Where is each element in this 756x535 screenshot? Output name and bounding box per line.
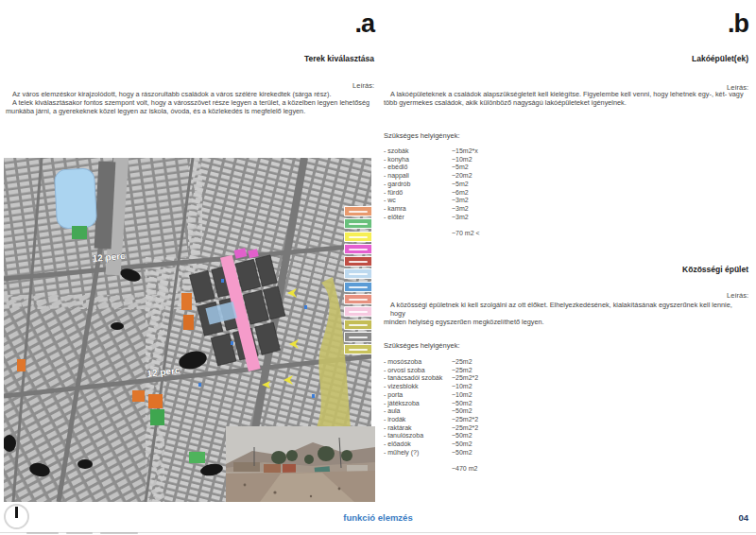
room-size: ~5m2 [452,181,469,189]
residential-needs-label: Szükséges helyigények: [384,131,459,140]
street-photo-inset [226,426,375,502]
section-b-marker: .b [728,9,748,38]
room-row: - kamra~3m2 [384,205,478,214]
room-size: ~25m2*2 [452,374,478,383]
page-edge-artifact [26,532,59,534]
community-paragraph: A közösségi épületnek ki kell szolgálni … [384,301,748,326]
room-size: ~25m2 [452,367,472,375]
residential-room-list: - szobák~15m2*x - konyha~10m2 - ebédlő~5… [384,147,478,221]
room-size: ~25m2 [452,358,472,367]
document-page: .a Terek kiválasztása Leírás: Az város e… [0,0,756,535]
paragraph-line: A telek kiválasztásakor fontos szempont … [6,98,374,107]
room-name: - vizesblokk [384,383,452,391]
room-size: ~3m2 [452,214,469,222]
room-row: - tanácsadói szobák~25m2*2 [384,374,478,383]
paragraph-line: Az város elemzéskor kirajzolódott, hogy … [6,90,374,98]
room-size: ~10m2 [452,391,472,400]
room-size: ~50m2 [452,440,472,449]
room-name: - gardrób [384,181,452,189]
legend-chip [344,268,372,279]
room-size: ~15m2*x [452,147,478,156]
room-row: - nappali~20m2 [384,172,478,181]
room-row: - fürdő~6m2 [384,189,478,198]
room-name: - raktárak [384,424,452,433]
room-row: - aula~50m2 [384,407,478,416]
room-name: - wc [384,197,452,205]
legend-chip [344,232,372,242]
room-row: - orvosi szoba~25m2 [384,367,478,375]
section-a-title: Terek kiválasztása [304,54,374,63]
room-size: ~10m2 [452,383,472,391]
room-row: - wc~3m2 [384,197,478,205]
room-row: - raktárak~25m2*2 [384,424,478,433]
room-size: ~3m2 [452,205,469,214]
section-a-marker: .a [354,9,374,38]
room-size: ~10m2 [452,156,472,164]
room-row: - előadók~50m2 [384,440,478,449]
room-name: - konyha [384,156,452,164]
page-number: 04 [738,512,748,523]
room-row: - ebédlő~5m2 [384,164,478,172]
paragraph-line: több gyermekes családok, akik különböző … [384,98,748,107]
community-desc-label: Leírás: [727,291,748,300]
room-name: - mosószoba [384,358,452,367]
paragraph-line: A lakóépületeknek a családok alapszükség… [384,90,748,98]
room-size: ~50m2 [452,432,472,440]
legend-chip [344,244,372,254]
room-size: ~25m2*2 [452,424,478,433]
room-name: - előtér [384,214,452,222]
room-size: ~50m2 [452,407,472,416]
legend-chip [344,256,372,267]
legend-chip [344,319,372,330]
community-room-list: - mosószoba~25m2 - orvosi szoba~25m2 - t… [384,358,478,457]
room-row: - szobák~15m2*x [384,147,478,156]
room-size: ~50m2 [452,449,472,457]
room-size: ~20m2 [452,172,472,181]
paragraph-line: minden helyiség egyszerűen megközelíthet… [384,318,748,326]
page-edge-artifact [100,532,138,534]
legend-chip [344,218,372,229]
room-name: - kamra [384,205,452,214]
legend-chip [344,344,372,354]
room-size: ~5m2 [452,164,469,172]
room-size: ~3m2 [452,197,469,205]
room-size: ~25m2*2 [452,416,478,424]
community-title: Közösségi épület [682,265,748,274]
legend-chip [344,282,372,292]
room-name: - tanulószoba [384,432,452,440]
page-edge-artifact [66,532,93,534]
room-row: - játékszoba~50m2 [384,400,478,408]
room-name: - aula [384,407,452,416]
pool-overlay [54,168,96,229]
room-row: - irodák~25m2*2 [384,416,478,424]
room-size: ~6m2 [452,189,469,198]
room-name: - szobák [384,147,452,156]
room-size: ~50m2 [452,400,472,408]
section-a-desc-label: Leírás: [352,81,374,90]
residential-paragraph: A lakóépületeknek a családok alapszükség… [384,90,748,107]
residential-title: Lakóépület(ek) [692,54,748,63]
legend-chip [344,294,372,304]
room-name: - porta [384,391,452,400]
room-row: - tanulószoba~50m2 [384,432,478,440]
room-name: - játékszoba [384,400,452,408]
footer-title: funkció elemzés [0,512,756,523]
room-name: - ebédlő [384,164,452,172]
legend-chip [344,206,372,216]
room-row: - előtér~3m2 [384,214,478,222]
room-row: - gardrób~5m2 [384,181,478,189]
room-name: - tanácsadói szobák [384,374,452,383]
paragraph-line: A közösségi épületnek ki kell szolgálni … [384,301,748,318]
legend-chip [344,332,372,342]
map-legend [344,206,372,357]
community-total: ~470 m2 [384,465,477,472]
room-row: - konyha~10m2 [384,156,478,164]
section-a-paragraph: Az város elemzéskor kirajzolódott, hogy … [6,90,374,115]
room-name: - irodák [384,416,452,424]
room-name: - előadók [384,440,452,449]
room-row: - vizesblokk~10m2 [384,383,478,391]
room-row: - műhely (?)~50m2 [384,449,478,457]
room-name: - műhely (?) [384,449,452,457]
street-photo-graphic [226,426,375,502]
room-name: - orvosi szoba [384,367,452,375]
